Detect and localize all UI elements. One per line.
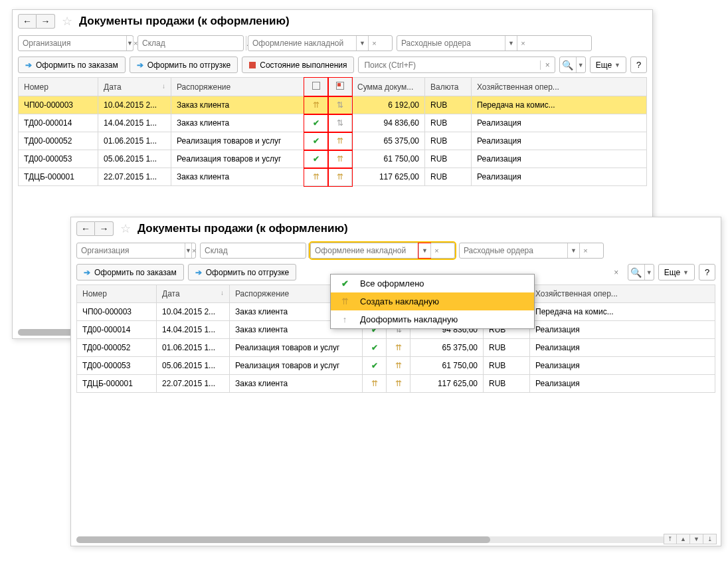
filter-warehouse-input[interactable]: [201, 246, 308, 255]
table-row[interactable]: ТД00-000052 01.06.2015 1... Реализация т…: [77, 339, 715, 357]
table-row[interactable]: ТД00-000053 05.06.2015 1... Реализация т…: [77, 357, 715, 375]
clear-icon[interactable]: ×: [430, 243, 442, 258]
status-button[interactable]: Состояние выполнения: [242, 56, 354, 73]
nav-back-button[interactable]: ←: [18, 14, 37, 29]
window-bottom: ← → ☆ Документы продажи (к оформлению) ▼…: [70, 217, 721, 546]
filter-orders-input[interactable]: [397, 39, 505, 48]
col-sum[interactable]: Сумма докум...: [352, 78, 425, 96]
chart-icon: [249, 62, 256, 68]
dropdown-icon[interactable]: ▼: [505, 36, 517, 51]
dropdown-icon[interactable]: ▼: [185, 243, 191, 258]
process-by-shipment-button[interactable]: ➔ Оформить по отгрузке: [188, 264, 296, 280]
dropdown-icon[interactable]: ▼: [356, 36, 368, 51]
table-row[interactable]: ТД00-000052 01.06.2015 1... Реализация т…: [19, 132, 647, 150]
favorite-icon[interactable]: ☆: [120, 221, 131, 236]
up-arrow-icon: ⇈: [395, 379, 402, 388]
clear-icon[interactable]: ×: [540, 60, 555, 70]
more-button[interactable]: Еще ▼: [590, 56, 626, 73]
up-arrow-icon: ⇈: [395, 361, 402, 370]
clear-icon[interactable]: ×: [517, 36, 529, 51]
search-button[interactable]: 🔍 ▼: [628, 264, 654, 280]
dropdown-icon: ▼: [614, 62, 620, 68]
nav-forward-button[interactable]: →: [37, 14, 55, 29]
col-status2-icon[interactable]: [328, 78, 352, 96]
clear-icon[interactable]: ×: [579, 243, 591, 258]
clear-icon[interactable]: ×: [609, 268, 624, 277]
dropdown-icon[interactable]: ▼: [567, 243, 579, 258]
filters-row: ▼ × ... × ▼ × ▼ ×: [13, 33, 652, 54]
filter-orders[interactable]: ▼ ×: [397, 35, 592, 51]
col-status1-icon[interactable]: [304, 78, 328, 96]
page-title: Документы продажи (к оформлению): [137, 222, 348, 235]
filter-organization[interactable]: ▼ ×: [76, 243, 196, 259]
col-order[interactable]: Распоряжение: [171, 78, 304, 96]
col-date[interactable]: Дата↓: [98, 78, 171, 96]
check-icon: ✔: [313, 118, 319, 128]
search-button[interactable]: 🔍 ▼: [559, 56, 586, 73]
scroll-down-icon[interactable]: ▼: [690, 534, 703, 544]
favorite-icon[interactable]: ☆: [62, 14, 72, 29]
filter-orders-input[interactable]: [460, 246, 567, 255]
arrow-right-icon: ➔: [25, 60, 32, 70]
updown-icon: ⇅: [337, 118, 343, 128]
dropdown-item-all[interactable]: ✔ Все оформлено: [331, 275, 534, 292]
nav-back-button[interactable]: ←: [76, 221, 95, 236]
filter-invoice-input[interactable]: [248, 39, 356, 48]
dropdown-icon[interactable]: ▼: [126, 36, 133, 51]
col-currency[interactable]: Валюта: [425, 78, 472, 96]
process-by-orders-button[interactable]: ➔ Оформить по заказам: [76, 264, 184, 280]
scroll-bottom-icon[interactable]: ⤓: [703, 534, 717, 544]
table-row[interactable]: ТДЦБ-000001 22.07.2015 1... Заказ клиент…: [77, 375, 715, 393]
filter-invoice[interactable]: ▼ ×: [248, 35, 393, 51]
process-by-shipment-button[interactable]: ➔ Оформить по отгрузке: [130, 56, 238, 73]
col-operation[interactable]: Хозяйственная опер...: [472, 78, 647, 96]
arrow-right-icon: ➔: [137, 60, 143, 70]
up-arrow-icon: ⇈: [337, 136, 343, 146]
table-row[interactable]: ЧП00-000003 10.04.2015 2... Заказ клиент…: [19, 96, 647, 114]
more-button[interactable]: Еще ▼: [658, 264, 695, 280]
clear-icon[interactable]: ×: [191, 243, 196, 258]
filter-invoice[interactable]: ▼ ×: [310, 243, 455, 259]
sort-icon: ↓: [162, 82, 165, 90]
dropdown-icon: ▼: [683, 269, 689, 276]
search-input[interactable]: ×: [358, 56, 555, 73]
search-icon[interactable]: 🔍: [628, 265, 644, 280]
documents-table: Номер Дата↓ Распоряжение Сумма докум... …: [18, 77, 647, 186]
filter-warehouse[interactable]: ... ×: [137, 35, 244, 51]
dropdown-icon[interactable]: ▼: [418, 243, 430, 258]
check-icon: ✔: [371, 361, 378, 370]
clear-icon[interactable]: ×: [368, 36, 380, 51]
search-field[interactable]: [359, 60, 539, 70]
updown-icon: ⇅: [337, 100, 343, 110]
filter-organization-input[interactable]: [77, 246, 185, 255]
up-arrow-icon: ⇈: [337, 172, 343, 181]
horizontal-scrollbar[interactable]: [76, 536, 668, 543]
filter-warehouse-input[interactable]: [138, 39, 246, 48]
nav-forward-button[interactable]: →: [95, 221, 114, 236]
search-icon[interactable]: 🔍: [560, 57, 576, 72]
filter-organization-input[interactable]: [19, 39, 126, 48]
scroll-up-icon[interactable]: ▲: [677, 534, 690, 544]
col-number[interactable]: Номер: [19, 78, 98, 96]
col-operation[interactable]: Хозяйственная опер...: [530, 285, 715, 303]
filter-invoice-input[interactable]: [311, 246, 418, 255]
filter-warehouse[interactable]: ... ×: [200, 243, 306, 259]
table-row[interactable]: ТДЦБ-000001 22.07.2015 1... Заказ клиент…: [19, 168, 647, 186]
dropdown-item-finish[interactable]: ↑ Дооформить накладную: [331, 310, 534, 328]
up-arrow-icon: ⇈: [313, 172, 319, 181]
toolbar: ➔ Оформить по заказам ➔ Оформить по отгр…: [13, 54, 652, 76]
col-number[interactable]: Номер: [77, 285, 157, 303]
dropdown-icon[interactable]: ▼: [644, 265, 654, 280]
scroll-top-icon[interactable]: ⤒: [664, 534, 677, 544]
dropdown-item-create[interactable]: ⇈ Создать накладную: [331, 292, 534, 310]
process-by-orders-button[interactable]: ➔ Оформить по заказам: [18, 56, 126, 73]
filter-orders[interactable]: ▼ ×: [459, 243, 604, 259]
help-button[interactable]: ?: [630, 56, 647, 73]
table-row[interactable]: ТД00-000053 05.06.2015 1... Реализация т…: [19, 150, 647, 168]
help-button[interactable]: ?: [699, 264, 715, 280]
header: ← → ☆ Документы продажи (к оформлению): [71, 217, 721, 240]
table-row[interactable]: ТД00-000014 14.04.2015 1... Заказ клиент…: [19, 114, 647, 132]
filter-organization[interactable]: ▼ ×: [18, 35, 134, 51]
col-date[interactable]: Дата↓: [157, 285, 230, 303]
dropdown-icon[interactable]: ▼: [576, 57, 585, 72]
